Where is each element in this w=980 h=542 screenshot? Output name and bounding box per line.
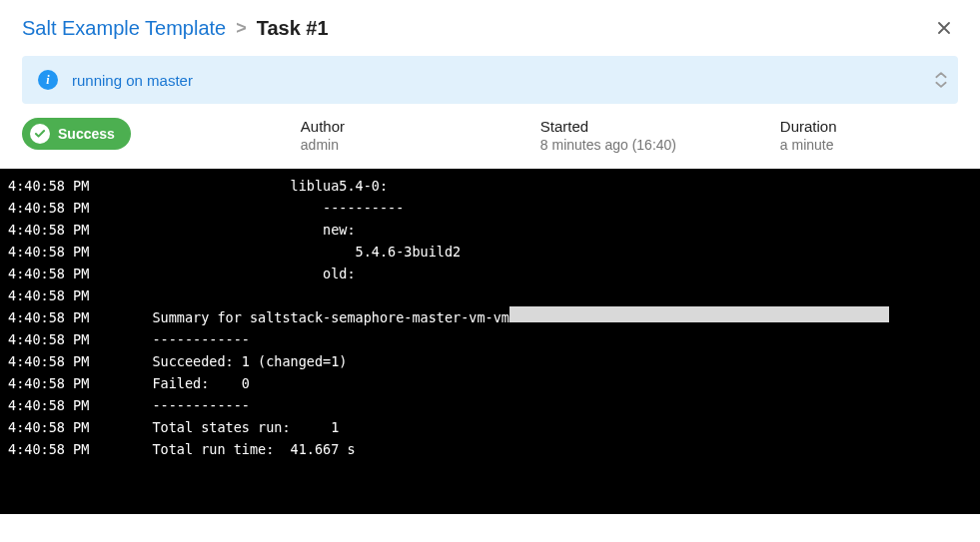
terminal-text: liblua5.4-0: (128, 175, 388, 197)
check-icon (30, 124, 50, 144)
meta-author-label: Author (301, 118, 481, 135)
terminal-line: 4:40:58 PM Failed: 0 (8, 372, 972, 394)
terminal-line: 4:40:58 PM ---------- (8, 197, 972, 219)
meta-started-value: 8 minutes ago (16:40) (540, 137, 720, 153)
info-banner: i running on master (22, 56, 958, 104)
stepper-control[interactable] (934, 71, 948, 89)
terminal-timestamp: 4:40:58 PM (8, 438, 128, 460)
terminal-text: Succeeded: 1 (changed=1) (128, 350, 347, 372)
terminal-line: 4:40:58 PM (8, 284, 972, 306)
terminal-line: 4:40:58 PM Summary for saltstack-semapho… (8, 306, 972, 328)
meta-author-value: admin (301, 137, 481, 153)
close-icon[interactable] (930, 14, 958, 42)
terminal-highlight (509, 306, 889, 322)
terminal-line: 4:40:58 PM 5.4.6-3build2 (8, 241, 972, 263)
info-icon: i (38, 70, 58, 90)
terminal-text: ------------ (128, 394, 250, 416)
terminal-timestamp: 4:40:58 PM (8, 372, 128, 394)
terminal-text: 5.4.6-3build2 (128, 241, 461, 263)
breadcrumb-parent-link[interactable]: Salt Example Template (22, 17, 226, 40)
info-banner-text: running on master (72, 72, 193, 89)
meta-author: Author admin (301, 118, 481, 153)
terminal-timestamp: 4:40:58 PM (8, 197, 128, 219)
breadcrumb-current: Task #1 (257, 17, 329, 40)
meta-row: Success Author admin Started 8 minutes a… (0, 118, 980, 169)
terminal-line: 4:40:58 PM old: (8, 263, 972, 284)
terminal-text: Failed: 0 (128, 372, 250, 394)
meta-duration-value: a minute (780, 137, 960, 153)
meta-started: Started 8 minutes ago (16:40) (540, 118, 720, 153)
terminal-line: 4:40:58 PM Succeeded: 1 (changed=1) (8, 350, 972, 372)
status-success-pill: Success (22, 118, 131, 150)
terminal-timestamp: 4:40:58 PM (8, 175, 128, 197)
breadcrumb-header: Salt Example Template > Task #1 (0, 0, 980, 52)
terminal-text: Summary for saltstack-semaphore-master-v… (128, 306, 509, 328)
meta-duration-label: Duration (780, 118, 960, 135)
terminal-text: ------------ (128, 328, 250, 350)
terminal-output: 4:40:58 PM liblua5.4-0:4:40:58 PM ------… (0, 169, 980, 514)
meta-started-label: Started (540, 118, 720, 135)
terminal-line: 4:40:58 PM liblua5.4-0: (8, 175, 972, 197)
terminal-timestamp: 4:40:58 PM (8, 394, 128, 416)
status-label: Success (58, 126, 115, 142)
terminal-timestamp: 4:40:58 PM (8, 328, 128, 350)
terminal-timestamp: 4:40:58 PM (8, 350, 128, 372)
breadcrumb-separator: > (236, 18, 247, 39)
terminal-line: 4:40:58 PM Total states run: 1 (8, 416, 972, 438)
terminal-timestamp: 4:40:58 PM (8, 306, 128, 328)
meta-duration: Duration a minute (780, 118, 960, 153)
terminal-line: 4:40:58 PM ------------ (8, 328, 972, 350)
terminal-text: old: (128, 263, 356, 284)
terminal-timestamp: 4:40:58 PM (8, 416, 128, 438)
terminal-text: ---------- (128, 197, 404, 219)
terminal-line: 4:40:58 PM new: (8, 219, 972, 241)
terminal-line: 4:40:58 PM Total run time: 41.667 s (8, 438, 972, 460)
terminal-timestamp: 4:40:58 PM (8, 241, 128, 263)
terminal-text: Total run time: 41.667 s (128, 438, 356, 460)
terminal-text: new: (128, 219, 356, 241)
terminal-text: Total states run: 1 (128, 416, 339, 438)
terminal-timestamp: 4:40:58 PM (8, 219, 128, 241)
terminal-line: 4:40:58 PM ------------ (8, 394, 972, 416)
terminal-timestamp: 4:40:58 PM (8, 263, 128, 284)
terminal-timestamp: 4:40:58 PM (8, 284, 128, 306)
